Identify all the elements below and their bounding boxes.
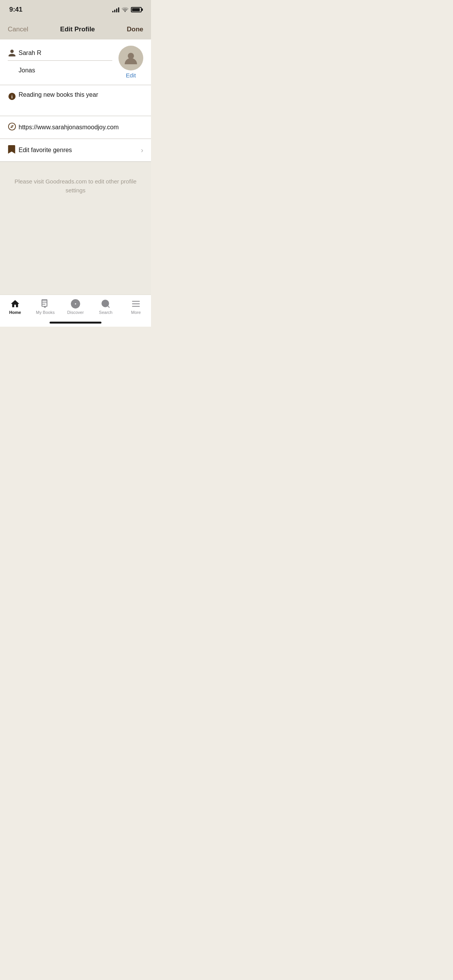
bio-text: Reading new books this year [19, 91, 143, 98]
signal-icon [112, 7, 119, 12]
svg-point-5 [12, 126, 13, 127]
status-bar: 9:41 [0, 0, 151, 19]
profile-section: Sarah R Jonas Edit [0, 39, 151, 85]
nav-bar: Cancel Edit Profile Done [0, 19, 151, 39]
firstname-value: Sarah R [19, 50, 112, 57]
bookmark-icon [8, 145, 19, 155]
tab-discover[interactable]: Discover [60, 299, 91, 315]
genres-label: Edit favorite genres [19, 147, 141, 154]
genres-section[interactable]: Edit favorite genres › [0, 139, 151, 162]
more-icon [131, 299, 141, 309]
main-content: Sarah R Jonas Edit i Reading new books t… [0, 39, 151, 295]
search-icon [101, 299, 111, 309]
chevron-right-icon: › [141, 146, 143, 154]
tab-mybooks[interactable]: My Books [30, 299, 60, 315]
svg-line-11 [108, 306, 110, 308]
avatar-container: Edit [118, 46, 143, 79]
gray-area: Please visit Goodreads.com to edit other… [0, 162, 151, 295]
svg-point-9 [75, 303, 76, 304]
person-icon [8, 49, 19, 57]
tab-mybooks-label: My Books [36, 310, 55, 315]
status-time: 9:41 [9, 6, 22, 14]
status-icons [112, 7, 142, 12]
avatar-edit-button[interactable]: Edit [126, 72, 136, 79]
url-section[interactable]: https://www.sarahjonasmoodjoy.com [0, 116, 151, 139]
mybooks-icon [40, 299, 50, 309]
tab-home-label: Home [9, 310, 21, 315]
home-icon [10, 299, 20, 309]
page-title: Edit Profile [60, 26, 95, 33]
svg-point-10 [102, 300, 108, 307]
info-icon: i [8, 91, 19, 102]
tab-more-label: More [131, 310, 141, 315]
home-indicator [50, 322, 101, 324]
lastname-field[interactable]: Jonas [8, 64, 112, 77]
battery-icon [131, 7, 142, 12]
done-button[interactable]: Done [127, 26, 144, 33]
profile-fields: Sarah R Jonas [8, 46, 112, 77]
cancel-button[interactable]: Cancel [8, 26, 28, 33]
tab-discover-label: Discover [67, 310, 84, 315]
tab-search-label: Search [99, 310, 113, 315]
url-text: https://www.sarahjonasmoodjoy.com [19, 124, 143, 131]
compass-icon [8, 122, 19, 132]
avatar[interactable] [118, 46, 143, 70]
discover-icon [70, 299, 81, 309]
bio-section[interactable]: i Reading new books this year [0, 85, 151, 116]
wifi-icon [122, 7, 129, 12]
tab-more[interactable]: More [121, 299, 151, 315]
gray-message: Please visit Goodreads.com to edit other… [12, 177, 139, 195]
tab-search[interactable]: Search [91, 299, 121, 315]
tab-home[interactable]: Home [0, 299, 30, 315]
firstname-field[interactable]: Sarah R [8, 46, 112, 61]
lastname-value: Jonas [19, 67, 35, 74]
